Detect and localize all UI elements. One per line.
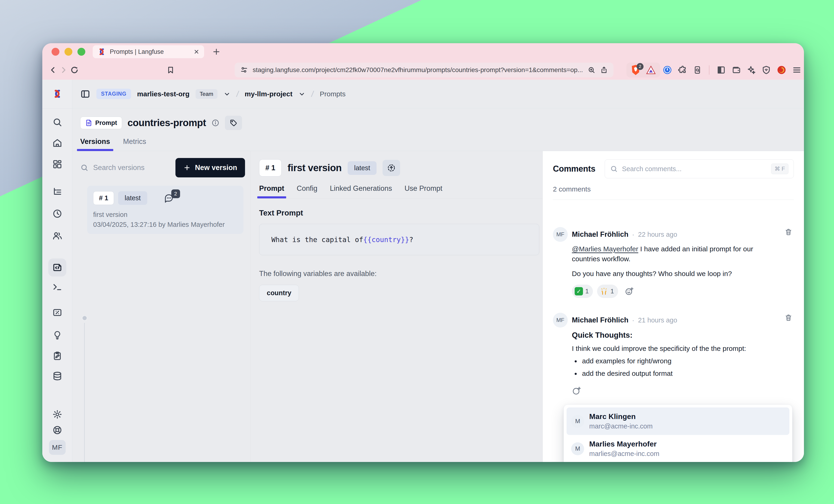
rail-home-icon[interactable] — [52, 138, 62, 148]
raised-hands-emoji-icon — [600, 287, 608, 295]
comment-2-delete-icon[interactable] — [785, 314, 792, 322]
rail-user-avatar[interactable]: MF — [49, 440, 66, 455]
close-window-button[interactable] — [51, 48, 60, 56]
rail-settings-icon[interactable] — [52, 409, 62, 419]
share-icon[interactable] — [600, 66, 608, 74]
langfuse-logo-icon[interactable] — [51, 89, 63, 99]
bat-rewards-icon[interactable] — [646, 65, 656, 75]
sidebar-toggle-icon[interactable] — [80, 89, 90, 99]
mention-option-marc[interactable]: M Marc Klingen marc@acme-inc.com — [567, 408, 789, 435]
brave-shield-badge: 2 — [637, 63, 643, 70]
wallet-icon[interactable] — [731, 65, 741, 75]
versions-search-input[interactable]: Search versions — [80, 163, 174, 172]
browser-window: Prompts | Langfuse — [42, 43, 804, 462]
info-icon[interactable] — [212, 119, 219, 127]
toolbar-divider — [709, 65, 709, 75]
firefox-swirl-icon[interactable] — [777, 65, 786, 75]
tag-button[interactable] — [225, 116, 242, 130]
tab-versions[interactable]: Versions — [80, 137, 110, 151]
window-controls — [51, 48, 85, 56]
password-manager-icon[interactable] — [662, 65, 672, 75]
nav-rail: MF — [42, 80, 72, 462]
browser-tab[interactable]: Prompts | Langfuse — [93, 45, 204, 58]
promote-version-button[interactable] — [382, 160, 400, 176]
breadcrumb-org[interactable]: marlies-test-org — [137, 90, 190, 98]
extensions-puzzle-icon[interactable] — [678, 65, 687, 75]
prompt-text: What is the capital of — [271, 236, 363, 244]
detail-tabs: Prompt Config Linked Generations Use Pro… — [259, 184, 543, 199]
comments-bubble-icon[interactable]: 2 — [164, 193, 174, 203]
comments-count-badge: 2 — [171, 189, 180, 198]
check-emoji-icon: ✓ — [575, 287, 583, 295]
rail-evals-icon[interactable] — [52, 330, 62, 340]
tab-prompt[interactable]: Prompt — [259, 184, 284, 198]
comment-1-text-2: Do you have any thoughts? Who should we … — [572, 270, 794, 278]
reload-icon[interactable] — [70, 66, 79, 74]
rail-sessions-icon[interactable] — [52, 209, 62, 219]
add-reaction-icon[interactable] — [624, 287, 634, 296]
versions-search-placeholder: Search versions — [93, 163, 145, 172]
reader-search-icon[interactable] — [693, 65, 702, 75]
new-tab-button[interactable] — [213, 48, 220, 56]
url-bar[interactable]: staging.langfuse.com/project/cm22fk0w700… — [235, 63, 613, 77]
comment-2-add-reaction-icon[interactable] — [572, 386, 794, 395]
rail-search-icon[interactable] — [52, 117, 62, 127]
tab-title: Prompts | Langfuse — [110, 48, 190, 55]
comment-2-author: Michael Fröhlich — [572, 316, 629, 324]
rail-users-icon[interactable] — [52, 231, 63, 241]
comment-1-delete-icon[interactable] — [785, 228, 792, 236]
back-icon[interactable] — [49, 66, 57, 74]
menu-hamburger-icon[interactable] — [792, 65, 802, 75]
langfuse-app: MF STAGING marlies-test-org Team / my-ll… — [42, 80, 804, 462]
timeline-line — [84, 323, 85, 462]
mention-email-marlies: marlies@acme-inc.com — [589, 450, 659, 458]
tab-linked-generations[interactable]: Linked Generations — [330, 184, 392, 198]
env-badge: STAGING — [96, 89, 131, 99]
breadcrumb-project[interactable]: my-llm-project — [245, 90, 293, 98]
new-version-button[interactable]: New version — [175, 158, 245, 177]
version-latest-badge: latest — [118, 191, 147, 205]
leo-ai-sparkle-icon[interactable] — [747, 65, 756, 75]
comment-2-separator: · — [632, 317, 635, 324]
rail-prompts-item-active[interactable] — [48, 258, 66, 276]
rail-support-icon[interactable] — [52, 425, 62, 435]
rail-datasets-icon[interactable] — [52, 371, 62, 381]
mention-avatar-marc: M — [571, 415, 584, 428]
prompt-type-badge-label: Prompt — [95, 119, 117, 127]
rail-scores-icon[interactable] — [52, 307, 62, 318]
rail-playground-icon[interactable] — [52, 282, 62, 292]
comment-1-mention-link[interactable]: @Marlies Mayerhofer — [572, 245, 638, 253]
browser-toolbar: staging.langfuse.com/project/cm22fk0w700… — [42, 60, 804, 80]
rail-annotation-icon[interactable] — [52, 351, 62, 361]
extensions-pill: 2 — [627, 63, 660, 77]
reaction-raised-hands[interactable]: 1 — [597, 284, 618, 298]
prompt-code-box[interactable]: What is the capital of {{country}}? — [259, 224, 539, 255]
mention-email-marc: marc@acme-inc.com — [589, 422, 653, 430]
rail-dashboards-icon[interactable] — [52, 159, 62, 169]
reaction-hands-count: 1 — [611, 288, 614, 295]
comment-1-body: @Marlies Mayerhofer I have added an init… — [572, 244, 771, 264]
version-list-item[interactable]: # 1 latest 2 first version 03/04/2025, 1… — [87, 186, 243, 234]
tab-use-prompt[interactable]: Use Prompt — [404, 184, 442, 198]
rail-tracing-icon[interactable] — [52, 187, 62, 197]
zoom-window-button[interactable] — [78, 48, 85, 56]
close-tab-icon[interactable] — [194, 49, 199, 55]
org-chevron-down-icon[interactable] — [223, 91, 231, 97]
prompt-type-badge: Prompt — [80, 117, 122, 129]
mention-option-marlies[interactable]: M Marlies Mayerhofer marlies@acme-inc.co… — [567, 435, 789, 462]
comment-item-2: MF Michael Fröhlich · 21 hours ago Quick… — [553, 313, 794, 395]
minimize-window-button[interactable] — [65, 48, 72, 56]
tab-config[interactable]: Config — [297, 184, 317, 198]
zoom-page-icon[interactable] — [588, 66, 595, 74]
vpn-shield-icon[interactable] — [762, 65, 771, 75]
comments-search-input[interactable]: Search comments... ⌘ F — [605, 159, 794, 178]
bookmark-icon[interactable] — [167, 66, 175, 74]
forward-icon[interactable] — [60, 66, 68, 74]
site-permissions-icon[interactable] — [240, 66, 248, 74]
sidebar-toggle-browser-icon[interactable] — [717, 65, 726, 75]
breadcrumb-section[interactable]: Prompts — [320, 90, 346, 98]
reaction-check[interactable]: ✓ 1 — [572, 284, 593, 298]
tab-metrics[interactable]: Metrics — [123, 137, 146, 151]
versions-list-panel: Search versions New version # 1 — [72, 151, 251, 462]
project-chevron-down-icon[interactable] — [299, 91, 305, 97]
